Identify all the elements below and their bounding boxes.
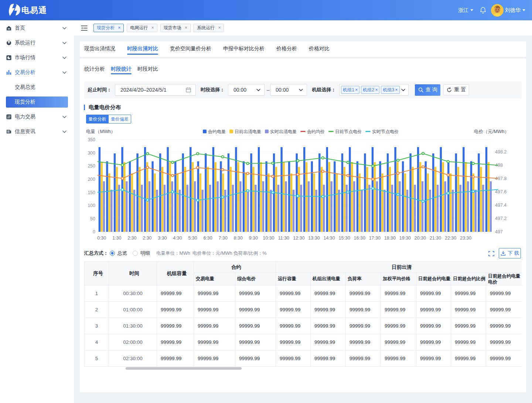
svg-text:22:30: 22:30: [445, 236, 456, 241]
svg-text:实时节点电价: 实时节点电价: [372, 129, 399, 134]
svg-text:20:30: 20:30: [415, 236, 426, 241]
svg-text:1:30: 1:30: [112, 236, 121, 241]
svg-text:9:30: 9:30: [249, 236, 258, 241]
svg-text:16:30: 16:30: [354, 236, 365, 241]
svg-text:12:30: 12:30: [293, 236, 304, 241]
svg-text:6:30: 6:30: [203, 236, 212, 241]
svg-text:100: 100: [88, 203, 95, 208]
svg-text:497.6: 497.6: [495, 189, 507, 194]
svg-text:日前节点电价: 日前节点电价: [335, 129, 362, 134]
svg-text:50: 50: [90, 216, 95, 221]
svg-text:350: 350: [88, 137, 95, 142]
svg-text:5:30: 5:30: [188, 236, 197, 241]
svg-text:10:30: 10:30: [263, 236, 274, 241]
svg-text:4:30: 4:30: [173, 236, 182, 241]
svg-text:合约均价: 合约均价: [307, 129, 325, 134]
svg-text:14:30: 14:30: [323, 236, 335, 241]
svg-text:19:30: 19:30: [399, 236, 411, 241]
svg-text:497: 497: [495, 229, 503, 234]
svg-text:15:30: 15:30: [339, 236, 350, 241]
svg-text:497.4: 497.4: [495, 203, 507, 208]
svg-text:日前出清电量: 日前出清电量: [235, 129, 261, 134]
svg-text:合约电量: 合约电量: [208, 129, 226, 134]
svg-text:0: 0: [93, 229, 95, 234]
svg-text:23:30: 23:30: [460, 236, 471, 241]
svg-text:17:30: 17:30: [369, 236, 381, 241]
svg-text:电价（元/MWh）: 电价（元/MWh）: [474, 129, 509, 134]
svg-text:2:30: 2:30: [127, 236, 136, 241]
svg-text:498.2: 498.2: [495, 149, 507, 155]
svg-text:8:30: 8:30: [234, 236, 243, 241]
svg-text:497.2: 497.2: [495, 216, 507, 221]
svg-text:2:30: 2:30: [143, 236, 151, 241]
svg-text:3:30: 3:30: [158, 236, 167, 241]
svg-text:11:30: 11:30: [278, 236, 289, 241]
svg-text:150: 150: [88, 190, 95, 195]
svg-text:250: 250: [88, 163, 95, 169]
svg-text:18:30: 18:30: [384, 236, 396, 241]
svg-text:200: 200: [88, 177, 95, 182]
svg-text:7:30: 7:30: [219, 236, 228, 241]
svg-text:实时出清电量: 实时出清电量: [270, 129, 297, 134]
svg-text:21:30: 21:30: [430, 236, 441, 241]
svg-text:电量（MWh）: 电量（MWh）: [86, 129, 115, 134]
svg-text:13:30: 13:30: [308, 236, 320, 241]
svg-text:300: 300: [88, 150, 95, 156]
svg-text:0:30: 0:30: [97, 236, 106, 241]
